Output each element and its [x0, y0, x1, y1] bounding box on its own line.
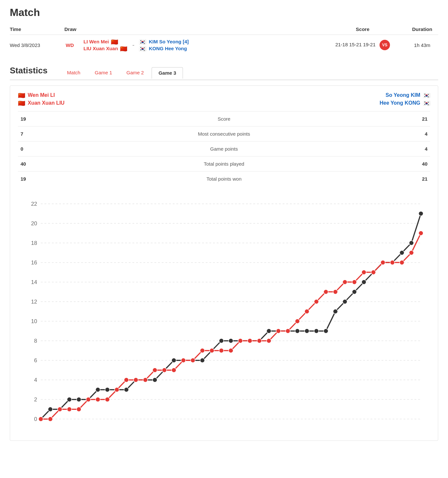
stat-row-3: 40 Total points played 40 [18, 157, 430, 172]
score-chart: 0246810121416182022 [18, 195, 430, 433]
match-draw: WD [65, 35, 83, 55]
vs-badge: VS [380, 40, 390, 50]
svg-point-41 [200, 358, 205, 363]
team2-stat-player2: Hee Yong KONG 🇰🇷 [380, 100, 430, 106]
svg-point-25 [48, 407, 52, 411]
svg-point-90 [276, 329, 281, 333]
tab-game2[interactable]: Game 2 [120, 67, 150, 79]
svg-point-100 [371, 270, 376, 275]
svg-point-91 [286, 329, 290, 333]
match-score: 21-18 15-21 19-21 VS [319, 35, 406, 55]
team2-players: 🇰🇷 KIM So Yeong [4] 🇰🇷 KONG Hee Yong [139, 39, 188, 51]
stats-header: Statistics Match Game 1 Game 2 Game 3 [10, 66, 438, 80]
team1-player2: LIU Xuan Xuan 🇨🇳 [83, 46, 128, 51]
svg-point-84 [219, 348, 224, 353]
svg-text:0: 0 [34, 416, 37, 422]
team2-player2: 🇰🇷 KONG Hee Yong [139, 46, 188, 51]
svg-text:16: 16 [31, 260, 37, 266]
svg-point-85 [229, 348, 233, 353]
svg-point-52 [305, 329, 309, 333]
col-score: Score [319, 24, 406, 35]
col-draw: Draw [65, 24, 83, 35]
svg-text:6: 6 [34, 357, 37, 364]
team2-stat-flag2: 🇰🇷 [422, 100, 430, 106]
stat-right-2: 4 [404, 142, 430, 157]
statistics-section: Statistics Match Game 1 Game 2 Game 3 🇨🇳… [10, 66, 438, 441]
stats-card: 🇨🇳 Wen Mei LI 🇨🇳 Xuan Xuan LIU So Yeong … [10, 85, 438, 441]
stat-left-3: 40 [18, 157, 44, 172]
team1-stat-player2: 🇨🇳 Xuan Xuan LIU [18, 100, 65, 106]
tab-match[interactable]: Match [61, 67, 87, 79]
svg-point-53 [314, 329, 319, 333]
stat-left-0: 19 [18, 112, 44, 127]
svg-point-79 [172, 368, 176, 372]
svg-text:20: 20 [31, 220, 37, 227]
svg-point-55 [333, 309, 338, 314]
col-time: Time [10, 24, 65, 35]
svg-text:18: 18 [31, 240, 37, 246]
team1-stat-flag1: 🇨🇳 [18, 93, 26, 98]
tab-game3[interactable]: Game 3 [152, 67, 183, 79]
team1-players: LI Wen Mei 🇨🇳 LIU Xuan Xuan 🇨🇳 [83, 39, 128, 51]
svg-point-69 [77, 407, 81, 411]
svg-text:2: 2 [34, 396, 37, 403]
stat-left-4: 19 [18, 172, 44, 187]
stat-left-2: 0 [18, 142, 44, 157]
svg-point-78 [162, 368, 167, 372]
svg-point-97 [343, 280, 347, 284]
svg-point-81 [190, 358, 195, 363]
svg-point-87 [247, 338, 252, 343]
svg-point-54 [323, 329, 328, 333]
svg-point-56 [343, 299, 347, 304]
stat-right-0: 21 [404, 112, 430, 127]
svg-point-43 [219, 338, 224, 343]
svg-point-62 [400, 250, 404, 255]
svg-point-44 [229, 338, 233, 343]
svg-point-101 [381, 260, 385, 265]
team1-names: 🇨🇳 Wen Mei LI 🇨🇳 Xuan Xuan LIU [18, 92, 65, 106]
svg-point-51 [295, 329, 300, 333]
svg-point-30 [96, 387, 100, 392]
col-duration: Duration [406, 24, 438, 35]
team1-player1-flag: 🇨🇳 [111, 39, 119, 44]
svg-point-27 [67, 397, 72, 402]
team2-player1: 🇰🇷 KIM So Yeong [4] [139, 39, 188, 44]
separator: - [131, 41, 136, 49]
svg-text:10: 10 [31, 318, 37, 324]
stat-row-2: 0 Game points 4 [18, 142, 430, 157]
stats-table: 19 Score 21 7 Most consecutive points 4 … [18, 111, 430, 186]
svg-point-70 [86, 397, 91, 402]
svg-point-75 [134, 378, 138, 382]
team1-stat-player1: 🇨🇳 Wen Mei LI [18, 92, 65, 98]
team1-player1: LI Wen Mei 🇨🇳 [83, 39, 128, 44]
stat-right-4: 21 [404, 172, 430, 187]
team2-stat-flag1: 🇰🇷 [422, 93, 430, 98]
team2-names: So Yeong KIM 🇰🇷 Hee Yong KONG 🇰🇷 [380, 92, 430, 106]
team2-player2-name: KONG Hee Yong [149, 46, 187, 51]
svg-point-76 [143, 378, 148, 382]
svg-point-33 [124, 387, 128, 392]
svg-point-98 [352, 280, 357, 284]
svg-point-102 [390, 260, 395, 265]
stat-row-4: 19 Total points won 21 [18, 172, 430, 187]
svg-point-103 [400, 260, 404, 265]
svg-text:22: 22 [31, 201, 37, 207]
svg-point-71 [96, 397, 100, 402]
svg-point-74 [124, 378, 128, 382]
svg-point-73 [114, 387, 119, 392]
svg-point-63 [409, 241, 414, 245]
stat-right-1: 4 [404, 127, 430, 142]
svg-point-28 [77, 397, 81, 402]
svg-point-95 [323, 290, 328, 294]
team2-player2-flag: 🇰🇷 [139, 46, 147, 51]
svg-point-92 [295, 319, 300, 323]
svg-text:12: 12 [31, 299, 37, 305]
team2-player1-flag: 🇰🇷 [139, 39, 147, 44]
match-duration: 1h 43m [406, 35, 438, 55]
tab-game1[interactable]: Game 1 [88, 67, 118, 79]
team1-player2-flag: 🇨🇳 [120, 46, 128, 51]
svg-point-89 [267, 338, 271, 343]
svg-point-99 [362, 270, 366, 275]
col-players [83, 24, 319, 35]
stat-label-0: Score [44, 112, 404, 127]
